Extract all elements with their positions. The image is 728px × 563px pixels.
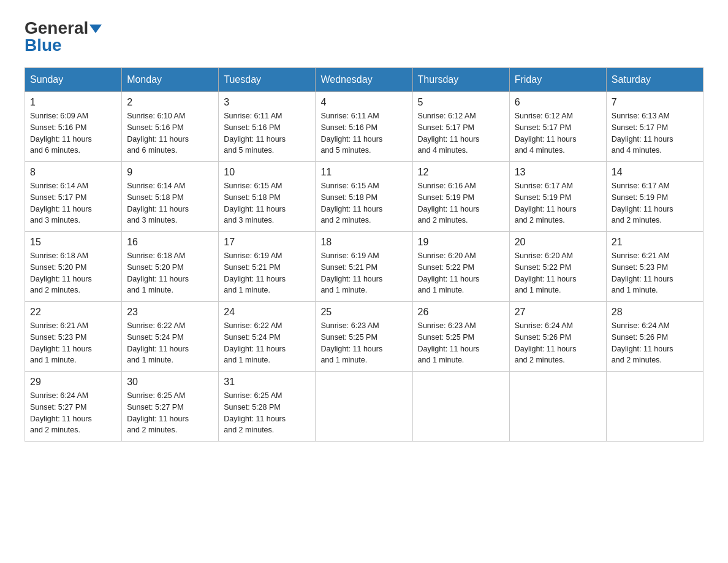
calendar-cell: 13 Sunrise: 6:17 AMSunset: 5:19 PMDaylig… [509, 162, 606, 232]
calendar-cell: 4 Sunrise: 6:11 AMSunset: 5:16 PMDayligh… [316, 92, 412, 162]
day-info: Sunrise: 6:13 AMSunset: 5:17 PMDaylight:… [612, 110, 698, 156]
calendar-cell: 14 Sunrise: 6:17 AMSunset: 5:19 PMDaylig… [606, 162, 703, 232]
calendar-week-row: 29 Sunrise: 6:24 AMSunset: 5:27 PMDaylig… [25, 372, 703, 442]
day-info: Sunrise: 6:14 AMSunset: 5:18 PMDaylight:… [127, 180, 213, 226]
day-info: Sunrise: 6:23 AMSunset: 5:25 PMDaylight:… [320, 320, 407, 366]
day-info: Sunrise: 6:16 AMSunset: 5:19 PMDaylight:… [418, 180, 504, 226]
day-info: Sunrise: 6:22 AMSunset: 5:24 PMDaylight:… [224, 320, 310, 366]
day-info: Sunrise: 6:24 AMSunset: 5:26 PMDaylight:… [612, 320, 698, 366]
day-info: Sunrise: 6:23 AMSunset: 5:25 PMDaylight:… [418, 320, 504, 366]
day-info: Sunrise: 6:11 AMSunset: 5:16 PMDaylight:… [224, 110, 310, 156]
calendar-cell: 30 Sunrise: 6:25 AMSunset: 5:27 PMDaylig… [122, 372, 219, 442]
day-info: Sunrise: 6:24 AMSunset: 5:26 PMDaylight:… [515, 320, 601, 366]
calendar-cell: 7 Sunrise: 6:13 AMSunset: 5:17 PMDayligh… [606, 92, 703, 162]
calendar-cell: 17 Sunrise: 6:19 AMSunset: 5:21 PMDaylig… [219, 232, 316, 302]
calendar-cell: 16 Sunrise: 6:18 AMSunset: 5:20 PMDaylig… [122, 232, 219, 302]
calendar-week-row: 22 Sunrise: 6:21 AMSunset: 5:23 PMDaylig… [25, 302, 703, 372]
day-info: Sunrise: 6:12 AMSunset: 5:17 PMDaylight:… [515, 110, 601, 156]
calendar-cell [606, 372, 703, 442]
calendar-header-sunday: Sunday [25, 68, 122, 92]
logo-arrow-icon [89, 25, 102, 33]
calendar-cell: 9 Sunrise: 6:14 AMSunset: 5:18 PMDayligh… [122, 162, 219, 232]
calendar-cell [509, 372, 606, 442]
day-number: 18 [320, 237, 407, 248]
day-number: 26 [418, 307, 504, 318]
day-number: 15 [30, 237, 116, 248]
calendar-cell: 3 Sunrise: 6:11 AMSunset: 5:16 PMDayligh… [219, 92, 316, 162]
calendar-cell: 26 Sunrise: 6:23 AMSunset: 5:25 PMDaylig… [412, 302, 509, 372]
calendar-cell: 10 Sunrise: 6:15 AMSunset: 5:18 PMDaylig… [219, 162, 316, 232]
calendar-week-row: 1 Sunrise: 6:09 AMSunset: 5:16 PMDayligh… [25, 92, 703, 162]
logo: General Blue [25, 18, 102, 55]
calendar-header-wednesday: Wednesday [316, 68, 412, 92]
day-number: 7 [612, 97, 698, 108]
day-number: 20 [515, 237, 601, 248]
calendar-cell: 22 Sunrise: 6:21 AMSunset: 5:23 PMDaylig… [25, 302, 122, 372]
calendar-cell: 18 Sunrise: 6:19 AMSunset: 5:21 PMDaylig… [316, 232, 412, 302]
day-info: Sunrise: 6:10 AMSunset: 5:16 PMDaylight:… [127, 110, 213, 156]
calendar-cell: 8 Sunrise: 6:14 AMSunset: 5:17 PMDayligh… [25, 162, 122, 232]
logo-blue: Blue [25, 36, 62, 55]
day-number: 2 [127, 97, 213, 108]
calendar-header-monday: Monday [122, 68, 219, 92]
day-number: 23 [127, 307, 213, 318]
calendar-cell: 24 Sunrise: 6:22 AMSunset: 5:24 PMDaylig… [219, 302, 316, 372]
calendar-cell: 19 Sunrise: 6:20 AMSunset: 5:22 PMDaylig… [412, 232, 509, 302]
day-info: Sunrise: 6:12 AMSunset: 5:17 PMDaylight:… [418, 110, 504, 156]
calendar-cell: 27 Sunrise: 6:24 AMSunset: 5:26 PMDaylig… [509, 302, 606, 372]
day-number: 24 [224, 307, 310, 318]
calendar-cell: 1 Sunrise: 6:09 AMSunset: 5:16 PMDayligh… [25, 92, 122, 162]
day-number: 17 [224, 237, 310, 248]
day-info: Sunrise: 6:17 AMSunset: 5:19 PMDaylight:… [515, 180, 601, 226]
calendar-header-saturday: Saturday [606, 68, 703, 92]
day-info: Sunrise: 6:14 AMSunset: 5:17 PMDaylight:… [30, 180, 116, 226]
day-number: 31 [224, 377, 310, 388]
calendar-cell: 20 Sunrise: 6:20 AMSunset: 5:22 PMDaylig… [509, 232, 606, 302]
day-info: Sunrise: 6:19 AMSunset: 5:21 PMDaylight:… [224, 250, 310, 296]
calendar-cell: 29 Sunrise: 6:24 AMSunset: 5:27 PMDaylig… [25, 372, 122, 442]
day-info: Sunrise: 6:22 AMSunset: 5:24 PMDaylight:… [127, 320, 213, 366]
day-info: Sunrise: 6:19 AMSunset: 5:21 PMDaylight:… [320, 250, 407, 296]
day-info: Sunrise: 6:25 AMSunset: 5:28 PMDaylight:… [224, 390, 310, 436]
day-info: Sunrise: 6:20 AMSunset: 5:22 PMDaylight:… [515, 250, 601, 296]
day-number: 1 [30, 97, 116, 108]
calendar-header-thursday: Thursday [412, 68, 509, 92]
page-header: General Blue [25, 18, 703, 55]
day-info: Sunrise: 6:21 AMSunset: 5:23 PMDaylight:… [612, 250, 698, 296]
day-info: Sunrise: 6:11 AMSunset: 5:16 PMDaylight:… [320, 110, 407, 156]
calendar-cell [412, 372, 509, 442]
calendar-cell: 21 Sunrise: 6:21 AMSunset: 5:23 PMDaylig… [606, 232, 703, 302]
day-info: Sunrise: 6:15 AMSunset: 5:18 PMDaylight:… [320, 180, 407, 226]
calendar-cell: 15 Sunrise: 6:18 AMSunset: 5:20 PMDaylig… [25, 232, 122, 302]
day-number: 11 [320, 167, 407, 178]
day-info: Sunrise: 6:17 AMSunset: 5:19 PMDaylight:… [612, 180, 698, 226]
day-number: 6 [515, 97, 601, 108]
day-info: Sunrise: 6:21 AMSunset: 5:23 PMDaylight:… [30, 320, 116, 366]
day-number: 12 [418, 167, 504, 178]
day-number: 16 [127, 237, 213, 248]
day-number: 21 [612, 237, 698, 248]
calendar-week-row: 8 Sunrise: 6:14 AMSunset: 5:17 PMDayligh… [25, 162, 703, 232]
calendar-table: SundayMondayTuesdayWednesdayThursdayFrid… [25, 67, 703, 442]
day-number: 28 [612, 307, 698, 318]
calendar-cell: 25 Sunrise: 6:23 AMSunset: 5:25 PMDaylig… [316, 302, 412, 372]
calendar-header-tuesday: Tuesday [219, 68, 316, 92]
day-number: 29 [30, 377, 116, 388]
calendar-header-friday: Friday [509, 68, 606, 92]
day-info: Sunrise: 6:25 AMSunset: 5:27 PMDaylight:… [127, 390, 213, 436]
day-number: 4 [320, 97, 407, 108]
day-number: 30 [127, 377, 213, 388]
calendar-cell: 6 Sunrise: 6:12 AMSunset: 5:17 PMDayligh… [509, 92, 606, 162]
calendar-cell: 31 Sunrise: 6:25 AMSunset: 5:28 PMDaylig… [219, 372, 316, 442]
day-number: 3 [224, 97, 310, 108]
day-number: 10 [224, 167, 310, 178]
day-number: 25 [320, 307, 407, 318]
calendar-header-row: SundayMondayTuesdayWednesdayThursdayFrid… [25, 68, 703, 92]
day-number: 13 [515, 167, 601, 178]
calendar-cell: 5 Sunrise: 6:12 AMSunset: 5:17 PMDayligh… [412, 92, 509, 162]
day-info: Sunrise: 6:18 AMSunset: 5:20 PMDaylight:… [127, 250, 213, 296]
day-info: Sunrise: 6:18 AMSunset: 5:20 PMDaylight:… [30, 250, 116, 296]
calendar-cell: 11 Sunrise: 6:15 AMSunset: 5:18 PMDaylig… [316, 162, 412, 232]
day-number: 8 [30, 167, 116, 178]
day-number: 5 [418, 97, 504, 108]
